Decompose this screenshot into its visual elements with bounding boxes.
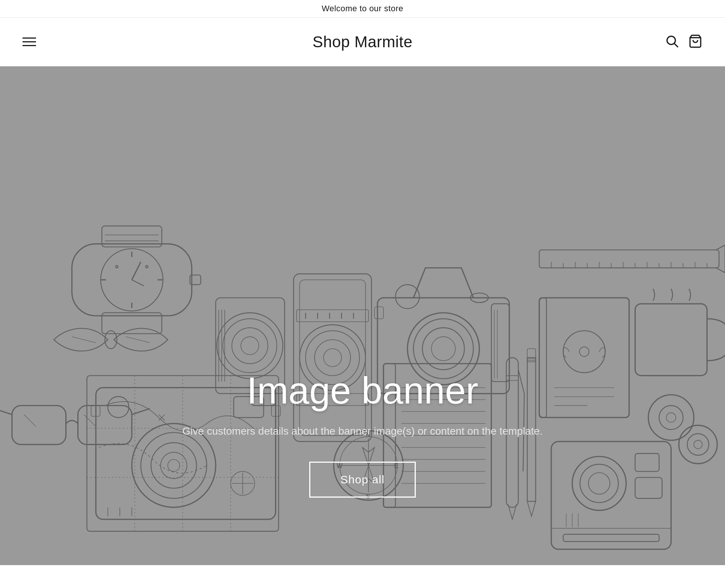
svg-point-25 (241, 337, 259, 355)
hero-title: Image banner (182, 369, 543, 412)
header-left (23, 38, 36, 46)
menu-button[interactable] (23, 38, 36, 46)
svg-point-48 (396, 285, 420, 309)
svg-point-113 (666, 413, 676, 423)
svg-point-0 (667, 36, 675, 44)
svg-line-14 (132, 280, 144, 286)
svg-point-90 (563, 331, 605, 373)
svg-point-142 (588, 472, 610, 494)
svg-rect-119 (108, 397, 129, 418)
svg-line-85 (132, 408, 150, 414)
svg-point-24 (232, 328, 268, 364)
search-icon (665, 34, 679, 48)
svg-point-23 (223, 319, 277, 373)
header-right (665, 34, 702, 50)
header-center: Shop Marmite (313, 33, 412, 51)
svg-point-91 (579, 347, 589, 357)
cart-button[interactable] (688, 34, 702, 50)
shop-all-button[interactable]: Shop all (309, 462, 416, 498)
svg-line-19 (72, 337, 96, 343)
svg-rect-143 (635, 453, 659, 471)
svg-point-111 (648, 395, 694, 440)
hero-subtitle: Give customers details about the banner … (182, 423, 543, 439)
svg-rect-83 (78, 406, 132, 445)
svg-point-34 (323, 349, 341, 367)
svg-point-141 (580, 464, 618, 502)
site-header: Shop Marmite (0, 18, 725, 66)
menu-line-1 (23, 38, 36, 39)
svg-line-13 (132, 262, 141, 280)
menu-line-2 (23, 41, 36, 42)
hero-section: N S W E Image banner Gi (0, 66, 725, 565)
svg-rect-35 (296, 310, 369, 322)
svg-rect-139 (551, 441, 671, 549)
site-title[interactable]: Shop Marmite (313, 33, 412, 51)
svg-rect-144 (563, 534, 659, 542)
svg-rect-95 (635, 304, 707, 376)
svg-point-114 (679, 425, 717, 464)
svg-rect-145 (635, 477, 662, 498)
svg-line-86 (24, 414, 36, 426)
svg-point-8 (101, 249, 163, 311)
search-button[interactable] (665, 34, 679, 50)
svg-point-115 (687, 434, 708, 455)
svg-point-116 (694, 440, 702, 448)
svg-rect-88 (539, 298, 629, 417)
svg-rect-82 (12, 406, 66, 445)
hero-content: Image banner Give customers details abou… (182, 369, 543, 498)
announcement-text: Welcome to our store (322, 4, 403, 13)
svg-line-20 (126, 337, 150, 343)
svg-point-16 (116, 266, 118, 268)
svg-point-112 (659, 406, 683, 430)
svg-point-17 (146, 266, 148, 268)
svg-line-84 (0, 408, 12, 414)
menu-line-3 (23, 45, 36, 46)
announcement-bar: Welcome to our store (0, 0, 725, 18)
svg-line-1 (674, 44, 678, 47)
svg-point-124 (168, 459, 180, 471)
svg-point-46 (432, 337, 456, 361)
svg-rect-96 (539, 250, 719, 268)
svg-rect-52 (375, 307, 384, 319)
cart-icon (688, 34, 702, 48)
